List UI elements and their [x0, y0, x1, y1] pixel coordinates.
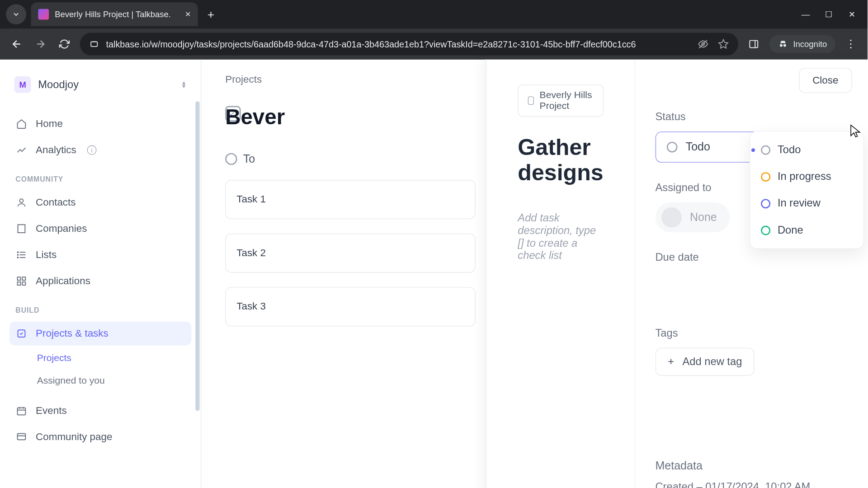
nav-contacts[interactable]: Contacts — [9, 191, 191, 215]
assignee-picker[interactable]: None — [655, 202, 730, 232]
url-field[interactable]: talkbase.io/w/moodjoy/tasks/projects/6aa… — [80, 33, 739, 55]
svg-rect-21 — [22, 277, 25, 280]
tracking-blocked-icon[interactable] — [698, 39, 709, 50]
nav-section-build: BUILD — [9, 296, 191, 319]
svg-point-7 — [783, 44, 786, 47]
nav-companies[interactable]: Companies — [9, 217, 191, 241]
status-option-todo[interactable]: Todo — [754, 136, 808, 163]
site-info-icon[interactable] — [90, 39, 99, 49]
forward-button[interactable] — [32, 36, 49, 52]
task-description-placeholder[interactable]: Add task description, type [] to create … — [518, 212, 603, 262]
status-ring-icon — [761, 225, 770, 235]
lists-icon — [15, 249, 27, 260]
workspace-avatar: M — [14, 76, 31, 93]
svg-point-8 — [19, 199, 23, 202]
browser-menu-icon[interactable]: ⋮ — [843, 36, 859, 52]
svg-marker-3 — [719, 40, 728, 48]
sidebar: M Moodjoy ▲▼ Home Analytics i COMMUNITY … — [0, 60, 201, 488]
status-ring-icon — [761, 172, 770, 181]
svg-rect-20 — [18, 277, 21, 280]
sidebar-scrollbar[interactable] — [195, 101, 199, 411]
tab-close-icon[interactable]: × — [185, 9, 190, 20]
svg-rect-4 — [750, 41, 758, 48]
analytics-icon — [15, 145, 27, 155]
reload-button[interactable] — [56, 36, 73, 52]
companies-icon — [15, 223, 27, 234]
add-tag-label: Add new tag — [682, 356, 742, 368]
url-text: talkbase.io/w/moodjoy/tasks/projects/6aa… — [106, 39, 636, 49]
bookmark-icon[interactable] — [718, 39, 729, 50]
nav-analytics-label: Analytics — [36, 144, 76, 156]
nav-home-label: Home — [36, 118, 63, 130]
status-option-label: In progress — [778, 170, 831, 183]
nav-sub-projects[interactable]: Projects — [9, 348, 191, 368]
due-date-picker[interactable] — [655, 272, 847, 302]
nav-analytics[interactable]: Analytics i — [9, 138, 191, 162]
svg-point-17 — [18, 252, 19, 253]
community-icon — [15, 432, 27, 443]
address-bar: talkbase.io/w/moodjoy/tasks/projects/6aa… — [0, 28, 868, 60]
back-button[interactable] — [8, 36, 25, 52]
tab-bar: Beverly Hills Project | Talkbase. × + ― … — [0, 0, 868, 28]
close-window-icon[interactable]: ✕ — [849, 9, 856, 19]
status-ring-icon — [666, 142, 677, 153]
favicon-icon — [38, 9, 49, 20]
svg-rect-22 — [18, 282, 21, 285]
nav-applications[interactable]: Applications — [9, 269, 191, 293]
close-button[interactable]: Close — [799, 68, 852, 93]
status-dropdown: Todo In progress In review — [750, 131, 864, 249]
nav-companies-label: Companies — [36, 223, 87, 235]
status-option-label: In review — [778, 197, 821, 210]
tags-label: Tags — [655, 327, 847, 340]
nav-events[interactable]: Events — [9, 399, 191, 423]
svg-rect-23 — [22, 282, 25, 285]
add-tag-button[interactable]: + Add new tag — [655, 348, 755, 376]
info-icon[interactable]: i — [87, 145, 96, 155]
incognito-label: Incognito — [793, 39, 827, 49]
status-option-done[interactable]: Done — [754, 217, 860, 244]
status-label: Status — [655, 111, 847, 123]
avatar-placeholder-icon — [661, 207, 682, 228]
sidebar-nav: Home Analytics i COMMUNITY Contacts Comp… — [9, 112, 191, 449]
svg-point-6 — [780, 44, 783, 47]
status-option-in-progress[interactable]: In progress — [754, 163, 860, 190]
svg-rect-29 — [18, 434, 26, 440]
workspace-switcher[interactable]: M Moodjoy ▲▼ — [9, 73, 191, 97]
nav-sub-assigned[interactable]: Assigned to you — [9, 371, 191, 391]
nav-community-page[interactable]: Community page — [9, 425, 191, 449]
new-tab-button[interactable]: + — [203, 7, 219, 21]
window-controls: ― ☐ ✕ — [802, 9, 862, 19]
nav-projects-tasks-label: Projects & tasks — [36, 328, 108, 339]
plus-icon: + — [668, 356, 674, 368]
status-value: Todo — [686, 141, 710, 154]
task-title[interactable]: Gather designs — [518, 135, 603, 186]
tab-search-button[interactable] — [6, 4, 26, 24]
metadata-created: Created – 01/17/2024, 10:02 AM — [655, 481, 847, 488]
browser-tab[interactable]: Beverly Hills Project | Talkbase. × — [31, 2, 198, 26]
side-panel-icon[interactable] — [745, 36, 762, 52]
events-icon — [15, 406, 27, 417]
task-panel-side: Close Status Todo ⌄ Todo — [635, 60, 868, 488]
selected-indicator-icon — [751, 148, 755, 152]
nav-home[interactable]: Home — [9, 112, 191, 136]
status-ring-icon — [761, 145, 770, 155]
contacts-icon — [15, 197, 27, 208]
tasks-icon — [15, 328, 27, 339]
workspace-name: Moodjoy — [38, 78, 79, 91]
chevron-sort-icon: ▲▼ — [181, 81, 187, 88]
nav-section-community: COMMUNITY — [9, 164, 191, 188]
project-chip[interactable]: Beverly Hills Project — [518, 84, 603, 117]
task-panel-overlay: Beverly Hills Project Gather designs Add… — [201, 60, 868, 488]
nav-lists[interactable]: Lists — [9, 243, 191, 267]
incognito-chip[interactable]: Incognito — [769, 35, 835, 53]
nav-community-label: Community page — [36, 431, 112, 443]
status-option-in-review[interactable]: In review — [754, 190, 860, 216]
applications-icon — [15, 276, 27, 286]
nav-contacts-label: Contacts — [36, 197, 75, 208]
maximize-icon[interactable]: ☐ — [825, 9, 833, 19]
nav-applications-label: Applications — [36, 275, 90, 287]
svg-point-19 — [18, 257, 19, 258]
due-date-label: Due date — [655, 251, 847, 264]
nav-projects-tasks[interactable]: Projects & tasks — [9, 322, 191, 346]
minimize-icon[interactable]: ― — [802, 9, 810, 19]
